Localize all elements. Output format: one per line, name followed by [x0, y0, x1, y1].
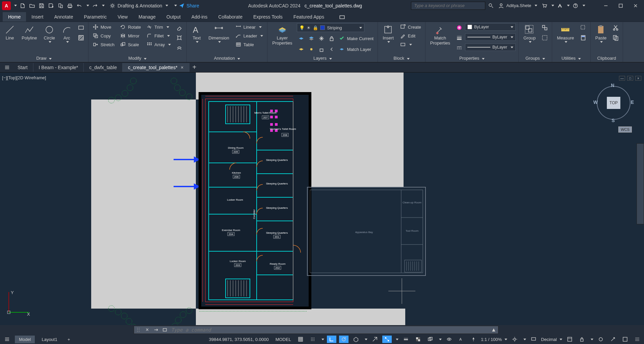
- doc-tab-ibeam[interactable]: I Beam - Example*: [33, 63, 84, 72]
- workspace-switch-button[interactable]: [510, 336, 519, 343]
- sc-dd[interactable]: [439, 339, 442, 340]
- layer-properties-button[interactable]: Layer Properties: [270, 23, 294, 47]
- space-label[interactable]: MODEL: [274, 337, 293, 342]
- array-button[interactable]: Array: [145, 41, 172, 48]
- text-button[interactable]: AText: [189, 23, 204, 44]
- layer-on-button[interactable]: [297, 45, 306, 54]
- cart-icon[interactable]: [541, 2, 548, 9]
- ribbon-tab-addins[interactable]: Add-ins: [186, 12, 213, 22]
- paste-button[interactable]: Paste: [593, 23, 609, 44]
- stretch-button[interactable]: Stretch: [91, 41, 116, 48]
- select-button[interactable]: [579, 23, 588, 32]
- erase-button[interactable]: [175, 23, 184, 32]
- close-icon[interactable]: ×: [181, 65, 183, 70]
- move-button[interactable]: Move: [91, 23, 116, 31]
- status-hamburger-icon[interactable]: [2, 334, 12, 344]
- explode-button[interactable]: [175, 33, 184, 42]
- ribbon-tab-home[interactable]: Home: [3, 12, 26, 22]
- snap-dd[interactable]: [321, 339, 324, 340]
- ribbon-tab-manage[interactable]: Manage: [133, 12, 161, 22]
- qat-saveas-icon[interactable]: [47, 2, 55, 9]
- table-button[interactable]: Table: [234, 41, 264, 48]
- cart-dd[interactable]: [551, 5, 554, 6]
- ws-dd[interactable]: [523, 339, 526, 340]
- hatch-button[interactable]: [77, 33, 85, 42]
- new-layout-button[interactable]: +: [64, 336, 74, 343]
- close-button[interactable]: [629, 1, 642, 10]
- new-doc-button[interactable]: +: [189, 62, 200, 73]
- snap-button[interactable]: [308, 336, 317, 343]
- ribbon-tab-collaborate[interactable]: Collaborate: [213, 12, 248, 22]
- qat-undo-icon[interactable]: [76, 2, 83, 9]
- edit-attr-button[interactable]: [398, 41, 422, 48]
- polar-button[interactable]: [339, 336, 349, 343]
- cut-button[interactable]: [611, 23, 620, 32]
- doc-hamburger-icon[interactable]: [2, 62, 12, 73]
- ribbon-tab-insert[interactable]: Insert: [26, 12, 49, 22]
- qat-redo-icon[interactable]: [91, 2, 99, 9]
- autodesk-app-icon[interactable]: [556, 2, 564, 9]
- offset-button[interactable]: [175, 44, 184, 52]
- measure-button[interactable]: Measure: [555, 23, 576, 44]
- copyclip-button[interactable]: [611, 33, 620, 42]
- color-wheel-icon[interactable]: [455, 23, 464, 32]
- cmd-close-icon[interactable]: ×: [143, 326, 152, 334]
- qat-new-icon[interactable]: [19, 2, 26, 9]
- polyline-button[interactable]: Polyline: [20, 23, 39, 42]
- ribbon-tab-annotate[interactable]: Annotate: [49, 12, 78, 22]
- grid-button[interactable]: [296, 336, 305, 343]
- panel-label[interactable]: Block: [381, 55, 422, 62]
- ribbon-extra-icon[interactable]: [338, 13, 346, 22]
- qat-plot-icon[interactable]: [66, 2, 74, 9]
- create-block-button[interactable]: Create: [398, 23, 422, 31]
- app-menu-chevron-icon[interactable]: [14, 5, 17, 6]
- ribbon-tab-parametric[interactable]: Parametric: [78, 12, 112, 22]
- edit-block-button[interactable]: Edit: [398, 32, 422, 39]
- match-layer-button[interactable]: Match Layer: [337, 45, 372, 54]
- a360-dd[interactable]: [567, 5, 570, 6]
- lineweight-icon[interactable]: [455, 33, 464, 42]
- layer-freeze-button[interactable]: [317, 34, 326, 43]
- ribbon-tab-featured[interactable]: Featured Apps: [288, 12, 330, 22]
- panel-label[interactable]: Annotation: [189, 55, 264, 62]
- make-current-button[interactable]: Make Current: [337, 34, 375, 43]
- doc-tab-dwfx[interactable]: c_dwfx_table: [84, 63, 123, 72]
- panel-label[interactable]: Layers: [270, 55, 375, 62]
- panel-label[interactable]: Utilities: [555, 55, 588, 62]
- minimize-button[interactable]: [599, 1, 612, 10]
- search-input[interactable]: [411, 2, 485, 10]
- clean-screen-button[interactable]: [620, 336, 630, 343]
- ungroup-button[interactable]: [540, 23, 549, 32]
- osnap-dd[interactable]: [396, 339, 398, 340]
- circle-button[interactable]: Circle: [42, 23, 57, 44]
- user-menu[interactable]: Aditya.Shete: [497, 2, 539, 9]
- rectangle-button[interactable]: [77, 23, 85, 32]
- dimension-button[interactable]: Dimension: [206, 23, 231, 44]
- share-button[interactable]: Share: [179, 3, 199, 8]
- scale-button[interactable]: Scale: [119, 41, 142, 48]
- panel-label[interactable]: Draw: [3, 55, 85, 62]
- ribbon-tab-express[interactable]: Express Tools: [248, 12, 288, 22]
- cmd-expand-icon[interactable]: ▲: [489, 326, 498, 334]
- osnap-button[interactable]: [382, 336, 392, 343]
- app-icon[interactable]: A: [2, 1, 11, 10]
- otrack-button[interactable]: [370, 336, 380, 343]
- panel-label[interactable]: Properties: [428, 55, 516, 62]
- linetype-icon[interactable]: [455, 44, 464, 52]
- mirror-button[interactable]: Mirror: [119, 32, 142, 39]
- coordinates[interactable]: 39844.9871, 373.5051, 0.0000: [207, 337, 271, 342]
- doc-tab-palettes[interactable]: c_create_tool_palettes*×: [123, 63, 189, 72]
- layout-tab-layout1[interactable]: Layout1: [37, 336, 61, 343]
- customize-button[interactable]: [633, 336, 642, 343]
- annotation-visibility-button[interactable]: [444, 336, 454, 343]
- help-icon[interactable]: [572, 2, 579, 9]
- ribbon-tab-output[interactable]: Output: [161, 12, 186, 22]
- annoscale-button[interactable]: [469, 336, 478, 343]
- fillet-button[interactable]: Fillet: [145, 32, 172, 39]
- annotation-monitor-button[interactable]: [529, 336, 538, 343]
- qat-webmobile-icon[interactable]: [57, 2, 64, 9]
- layer-unlock-button[interactable]: [317, 45, 326, 54]
- maximize-button[interactable]: [614, 1, 627, 10]
- iso-dd[interactable]: [365, 339, 367, 340]
- qat-open-icon[interactable]: [28, 2, 36, 9]
